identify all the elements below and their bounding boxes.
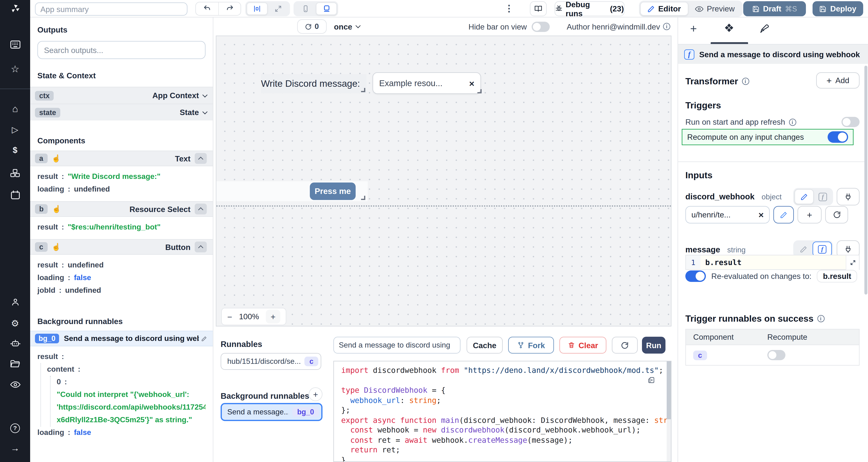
component-a-header[interactable]: a ☝ Text [30,151,213,166]
code-editor[interactable]: import discordwebhook from "https://deno… [333,361,672,462]
folders-icon[interactable] [0,359,30,369]
resize-handle[interactable] [361,88,365,92]
info-icon[interactable]: i [817,315,825,322]
key[interactable]: result [37,170,58,183]
windmill-logo[interactable] [0,0,30,18]
users-person-icon[interactable] [0,297,30,306]
run-button[interactable]: Run [642,337,665,354]
key[interactable]: loading [37,272,64,284]
key[interactable]: loading [37,426,64,439]
home-icon[interactable]: ⌂ [0,104,30,114]
fork-button[interactable]: Fork [508,337,554,354]
variables-dollar-icon[interactable]: $ [0,145,30,155]
add-resource-button[interactable]: + [798,206,822,224]
runs-play-icon[interactable]: ▷ [0,125,30,134]
collapse-button[interactable] [195,241,207,253]
key[interactable]: loading [37,183,64,196]
collapse-button[interactable] [195,153,207,164]
expand-editor-button[interactable] [846,255,859,270]
resize-handle[interactable] [361,196,365,200]
frequency-dropdown[interactable]: once [334,18,360,36]
insert-component-tab[interactable]: + [690,23,697,34]
runnable-item[interactable]: hub/1511/discord/se... c [221,353,321,370]
component-c-header[interactable]: c ☝ Button [30,239,213,255]
schedules-calendar-icon[interactable] [0,190,30,199]
reeval-toggle[interactable] [685,270,706,282]
undo-button[interactable] [196,2,218,15]
eval-f-mode[interactable]: f [814,189,832,204]
zoom-in-button[interactable]: + [266,309,280,324]
search-outputs-input[interactable] [37,41,206,59]
copy-clipboard-icon[interactable] [647,376,655,384]
info-icon[interactable]: i [663,23,670,30]
mobile-view-button[interactable] [295,2,316,15]
key[interactable]: jobId [37,284,56,297]
add-bg-runnable-button[interactable]: + [309,387,322,401]
refresh-resource-button[interactable] [825,206,848,224]
refresh-count-button[interactable]: 0 [297,19,327,34]
editor-refresh-button[interactable] [612,337,638,354]
tab-preview[interactable]: Preview [688,2,741,16]
component-settings-tab[interactable]: ❖ [724,22,734,34]
more-options-kebab[interactable]: ⋮ [504,3,514,14]
state-row[interactable]: state State [30,104,213,121]
collapse-button[interactable] [195,204,207,214]
bg-runnable-selected-item[interactable]: Send a message... bg_0 [221,403,322,421]
key[interactable]: 0 [57,376,61,389]
app-canvas[interactable]: Write Discord message: Example resou... … [216,36,672,327]
styling-brush-tab[interactable] [760,24,770,34]
bg0-row[interactable]: bg_0 Send a message to discord using web… [30,331,213,346]
resource-select-component-b[interactable]: Example resou... × [373,72,481,94]
component-b-header[interactable]: b ☝ Resource Select [30,201,213,217]
clear-select-icon[interactable]: × [469,78,474,88]
recompute-row-toggle[interactable] [767,350,785,360]
static-pencil-mode[interactable] [795,189,814,204]
chevron-down-icon[interactable] [202,109,207,114]
code-scrollbar[interactable] [667,361,671,461]
press-me-button-component-c[interactable]: Press me [310,183,355,200]
debug-runs-button[interactable]: Debug runs (23) [555,1,624,16]
run-on-start-toggle[interactable] [841,117,860,127]
edit-pencil-icon[interactable] [201,336,207,341]
redo-button[interactable] [218,2,241,15]
collapse-arrow-icon[interactable]: → [0,443,30,452]
tab-editor[interactable]: Editor [640,2,688,16]
message-expression-editor[interactable]: 1 b.result [685,255,860,270]
favorites-star-icon[interactable]: ☆ [0,64,30,74]
edit-resource-button[interactable] [773,206,794,224]
info-icon[interactable]: i [789,119,796,126]
connect-plug-button[interactable] [837,188,860,205]
static-pencil-mode[interactable] [795,241,812,257]
hide-bar-toggle[interactable] [532,22,550,32]
full-width-button[interactable] [268,2,289,15]
add-transformer-button[interactable]: +Add [816,72,860,89]
clear-x-icon[interactable]: × [758,209,764,220]
info-icon[interactable]: i [742,77,749,85]
cache-button[interactable]: Cache [467,337,503,354]
app-summary-input[interactable] [35,2,187,16]
workspace-apps-icon[interactable] [0,40,30,50]
key[interactable]: result [37,351,58,363]
key[interactable]: result [37,259,58,272]
key[interactable]: result [37,221,58,234]
deploy-button[interactable]: Deploy [812,1,863,16]
expression-code[interactable]: b.result [701,255,846,269]
docs-button[interactable] [530,1,547,16]
draft-button[interactable]: Draft ⌘S [743,1,806,16]
recompute-toggle[interactable] [828,131,848,143]
centered-layout-button[interactable] [247,2,268,15]
reeval-dependency-pill[interactable]: b.result [817,270,857,283]
zoom-out-button[interactable]: − [227,312,232,322]
ctx-row[interactable]: ctx App Context [30,87,213,104]
workers-robot-icon[interactable] [0,338,30,348]
runnable-name-input[interactable] [333,337,461,354]
chevron-down-icon[interactable] [202,92,207,97]
resources-cubes-icon[interactable] [0,168,30,178]
key[interactable]: content [47,363,74,376]
resize-handle[interactable] [477,89,482,93]
help-icon[interactable]: ? [0,423,30,433]
audit-eye-icon[interactable] [0,380,30,389]
text-component-a[interactable]: Write Discord message: [261,74,367,93]
desktop-view-button[interactable] [316,2,337,15]
discord-webhook-value-field[interactable]: u/henri/te... × [685,206,770,224]
